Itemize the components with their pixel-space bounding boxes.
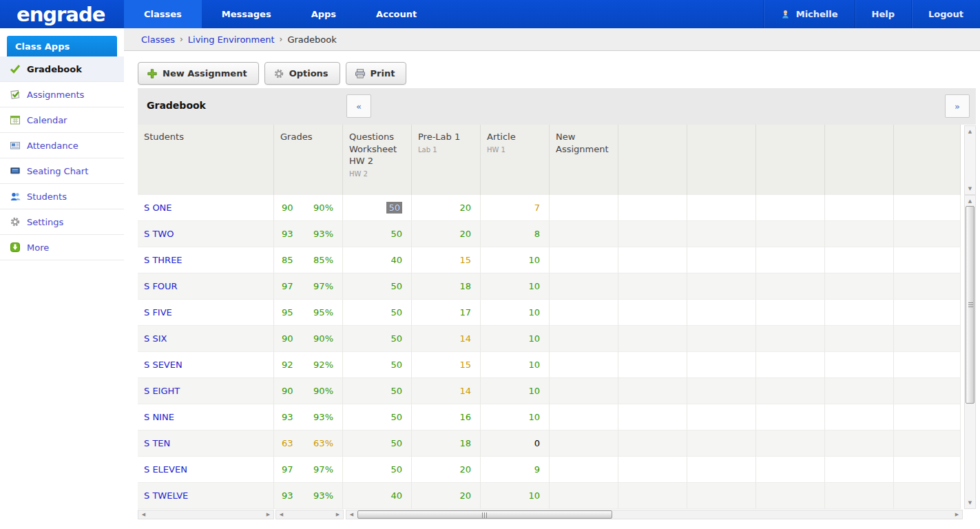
empty-score-cell[interactable] bbox=[756, 352, 825, 378]
empty-score-cell[interactable] bbox=[756, 431, 825, 457]
scroll-down-icon[interactable]: ▼ bbox=[965, 498, 975, 508]
empty-score-cell[interactable] bbox=[550, 483, 618, 509]
sidebar-item-calendar[interactable]: Calendar bbox=[0, 107, 124, 133]
score-cell[interactable]: 10 bbox=[481, 300, 550, 326]
grades-horizontal-scrollbar[interactable]: ◀ ▶ bbox=[275, 510, 344, 519]
empty-score-cell[interactable] bbox=[550, 352, 618, 378]
score-cell[interactable]: 10 bbox=[481, 352, 550, 378]
empty-score-cell[interactable] bbox=[825, 483, 894, 509]
empty-score-cell[interactable] bbox=[618, 221, 687, 247]
score-cell[interactable]: 20 bbox=[412, 195, 481, 221]
score-cell[interactable]: 10 bbox=[481, 404, 550, 431]
student-link[interactable]: S NINE bbox=[144, 412, 174, 422]
score-cell[interactable]: 17 bbox=[412, 300, 481, 326]
empty-score-cell[interactable] bbox=[825, 300, 894, 326]
score-cell[interactable]: 50 bbox=[343, 300, 412, 326]
column-header-questions-worksheet-hw-2[interactable]: Questions Worksheet HW 2HW 2 bbox=[343, 125, 412, 195]
scroll-left-icon[interactable]: ◀ bbox=[347, 510, 356, 519]
empty-score-cell[interactable] bbox=[894, 195, 961, 221]
scroll-columns-left-button[interactable]: « bbox=[346, 94, 371, 118]
empty-score-cell[interactable] bbox=[825, 273, 894, 300]
student-link[interactable]: S EIGHT bbox=[144, 386, 180, 396]
nav-tab-account[interactable]: Account bbox=[356, 0, 437, 28]
empty-score-cell[interactable] bbox=[825, 352, 894, 378]
empty-score-cell[interactable] bbox=[687, 431, 756, 457]
empty-score-cell[interactable] bbox=[687, 378, 756, 404]
score-cell[interactable]: 40 bbox=[343, 483, 412, 509]
scroll-down-icon[interactable]: ▼ bbox=[965, 184, 975, 194]
empty-score-cell[interactable] bbox=[756, 457, 825, 483]
breadcrumb-living-environment[interactable]: Living Environment bbox=[188, 34, 275, 45]
score-cell[interactable]: 50 bbox=[343, 273, 412, 300]
score-cell[interactable]: 10 bbox=[481, 247, 550, 273]
empty-score-cell[interactable] bbox=[618, 195, 687, 221]
sidebar-item-seating-chart[interactable]: Seating Chart bbox=[0, 158, 124, 184]
score-cell[interactable]: 9 bbox=[481, 457, 550, 483]
score-cell[interactable]: 50 bbox=[343, 457, 412, 483]
sidebar-item-gradebook[interactable]: Gradebook bbox=[0, 56, 124, 82]
empty-score-cell[interactable] bbox=[756, 404, 825, 431]
score-cell[interactable]: 14 bbox=[412, 326, 481, 352]
empty-score-cell[interactable] bbox=[756, 247, 825, 273]
empty-score-cell[interactable] bbox=[618, 300, 687, 326]
score-cell[interactable]: 10 bbox=[481, 483, 550, 509]
column-header-article[interactable]: ArticleHW 1 bbox=[481, 125, 550, 195]
empty-score-cell[interactable] bbox=[894, 404, 961, 431]
empty-score-cell[interactable] bbox=[618, 326, 687, 352]
empty-score-cell[interactable] bbox=[687, 221, 756, 247]
scroll-up-icon[interactable]: ▲ bbox=[965, 196, 975, 206]
empty-score-cell[interactable] bbox=[756, 483, 825, 509]
score-cell[interactable]: 16 bbox=[412, 404, 481, 431]
scroll-right-icon[interactable]: ▶ bbox=[264, 510, 273, 519]
empty-score-cell[interactable] bbox=[894, 300, 961, 326]
student-link[interactable]: S THREE bbox=[144, 255, 183, 265]
horizontal-scroll-thumb[interactable] bbox=[357, 510, 612, 519]
score-cell[interactable]: 50 bbox=[343, 221, 412, 247]
empty-score-cell[interactable] bbox=[756, 273, 825, 300]
vertical-scroll-thumb[interactable] bbox=[966, 206, 974, 404]
empty-score-cell[interactable] bbox=[894, 431, 961, 457]
empty-score-cell[interactable] bbox=[687, 247, 756, 273]
empty-score-cell[interactable] bbox=[825, 378, 894, 404]
score-cell[interactable]: 50 bbox=[343, 195, 412, 221]
empty-score-cell[interactable] bbox=[825, 431, 894, 457]
student-link[interactable]: S FIVE bbox=[144, 307, 172, 318]
empty-score-cell[interactable] bbox=[550, 431, 618, 457]
scroll-left-icon[interactable]: ◀ bbox=[277, 510, 286, 519]
empty-score-cell[interactable] bbox=[550, 378, 618, 404]
score-cell[interactable]: 40 bbox=[343, 247, 412, 273]
scroll-right-icon[interactable]: ▶ bbox=[952, 510, 961, 519]
new-assignment-button[interactable]: New Assignment bbox=[138, 62, 259, 85]
score-cell[interactable]: 10 bbox=[481, 326, 550, 352]
empty-score-cell[interactable] bbox=[894, 221, 961, 247]
empty-score-cell[interactable] bbox=[687, 273, 756, 300]
empty-score-cell[interactable] bbox=[687, 326, 756, 352]
score-cell[interactable]: 20 bbox=[412, 457, 481, 483]
assignments-horizontal-scrollbar[interactable]: ◀ ▶ bbox=[346, 510, 963, 519]
empty-score-cell[interactable] bbox=[687, 195, 756, 221]
empty-score-cell[interactable] bbox=[894, 273, 961, 300]
empty-score-cell[interactable] bbox=[550, 221, 618, 247]
empty-score-cell[interactable] bbox=[825, 457, 894, 483]
print-button[interactable]: Print bbox=[346, 62, 407, 85]
score-cell[interactable]: 20 bbox=[412, 221, 481, 247]
student-link[interactable]: S TWELVE bbox=[144, 490, 188, 501]
empty-score-cell[interactable] bbox=[756, 326, 825, 352]
score-cell[interactable]: 10 bbox=[481, 273, 550, 300]
empty-score-cell[interactable] bbox=[894, 378, 961, 404]
empty-score-cell[interactable] bbox=[618, 352, 687, 378]
empty-score-cell[interactable] bbox=[687, 300, 756, 326]
score-cell[interactable]: 50 bbox=[343, 378, 412, 404]
score-cell[interactable]: 20 bbox=[412, 483, 481, 509]
score-cell[interactable]: 50 bbox=[343, 326, 412, 352]
empty-score-cell[interactable] bbox=[618, 404, 687, 431]
nav-tab-apps[interactable]: Apps bbox=[291, 0, 356, 28]
column-header-new-assignment[interactable]: New Assignment bbox=[550, 125, 618, 195]
empty-score-cell[interactable] bbox=[618, 457, 687, 483]
empty-score-cell[interactable] bbox=[825, 247, 894, 273]
score-cell[interactable]: 50 bbox=[343, 352, 412, 378]
score-cell[interactable]: 50 bbox=[343, 431, 412, 457]
empty-score-cell[interactable] bbox=[687, 352, 756, 378]
empty-score-cell[interactable] bbox=[550, 404, 618, 431]
empty-score-cell[interactable] bbox=[825, 195, 894, 221]
